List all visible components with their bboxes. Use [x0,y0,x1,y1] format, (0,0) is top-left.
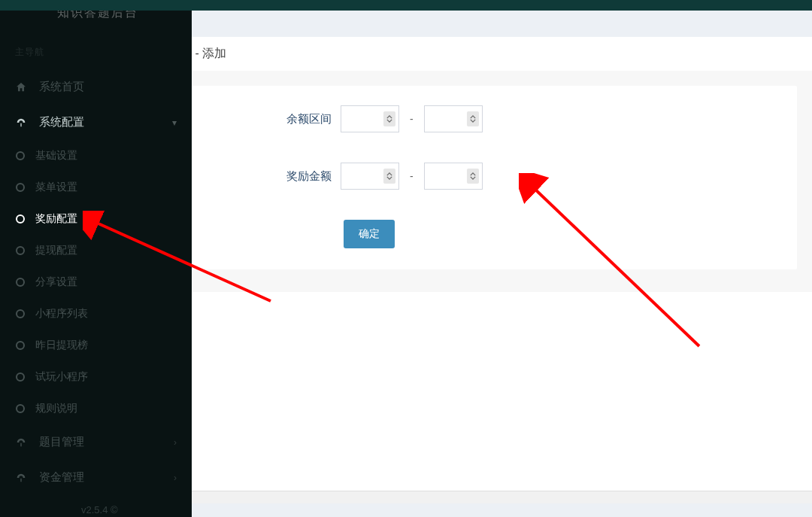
nav-item-label: 资金管理 [39,470,163,485]
spinner-icon[interactable] [467,169,479,184]
subnav-item-label: 基础设置 [35,149,77,163]
form-label-reward-amount: 奖励金额 [192,169,332,184]
circle-icon [16,151,25,160]
button-row: 确定 [192,220,782,248]
subnav-item-label: 奖励配置 [35,212,77,226]
nav-item-home[interactable]: 系统首页 [0,69,192,105]
circle-icon [16,278,25,287]
content-area: 奖励配置 - 添加 余额区间 - [192,11,812,517]
subnav-item-label: 菜单设置 [35,181,77,194]
modal-body: 余额区间 - [192,71,812,292]
dashboard-icon [14,117,29,129]
circle-icon [16,373,25,382]
topbar [0,0,812,11]
dashboard-icon [14,436,29,449]
subnav-item-label: 小程序列表 [35,307,88,321]
subnav-item-miniprogram-list[interactable]: 小程序列表 [0,298,192,330]
sidebar: 知识答题后台 主导航 系统首页 系统配置 ▾ 基础设置 菜单设置 [0,11,192,517]
subnav-item-yesterday-withdraw-rank[interactable]: 昨日提现榜 [0,330,192,361]
nav-item-system-config[interactable]: 系统配置 ▾ [0,105,192,140]
nav-item-question-manage[interactable]: 题目管理 › [0,424,192,460]
nav-item-label: 系统配置 [39,115,162,129]
form-card: 余额区间 - [192,86,797,269]
subnav-item-trial-miniprogram[interactable]: 试玩小程序 [0,361,192,393]
range-separator: - [408,170,415,182]
circle-icon [16,214,25,224]
submit-button[interactable]: 确定 [344,220,395,248]
version-text: v2.5.4 © [14,504,118,515]
subnav-item-rules-description[interactable]: 规则说明 [0,393,192,424]
subnav-system-config: 基础设置 菜单设置 奖励配置 提现配置 分享设置 小程序列表 [0,140,192,424]
balance-min-input[interactable] [341,105,399,132]
subnav-item-menu-settings[interactable]: 菜单设置 [0,172,192,203]
chevron-right-icon: › [174,473,177,483]
subnav-item-label: 试玩小程序 [35,370,88,384]
nav-item-fund-manage[interactable]: 资金管理 › [0,460,192,488]
circle-icon [16,404,25,413]
dashboard-icon [14,472,29,484]
horizontal-scrollbar[interactable]: ▴ [192,491,812,503]
nav-item-label: 题目管理 [39,435,163,449]
modal-panel: 奖励配置 - 添加 余额区间 - [192,37,812,503]
nav-item-label: 系统首页 [39,80,177,94]
sidebar-section-label: 主导航 [0,34,192,69]
subnav-item-label: 昨日提现榜 [35,339,88,352]
range-separator: - [408,113,415,125]
subnav-item-basic-settings[interactable]: 基础设置 [0,140,192,172]
spinner-icon[interactable] [467,111,479,126]
form-row-reward-amount: 奖励金额 - [192,163,782,190]
subnav-item-label: 规则说明 [35,402,77,415]
form-label-balance-range: 余额区间 [192,112,332,126]
subnav-item-withdraw-config[interactable]: 提现配置 [0,235,192,266]
subnav-item-share-settings[interactable]: 分享设置 [0,266,192,298]
subnav-item-label: 提现配置 [35,244,77,257]
form-row-balance-range: 余额区间 - [192,105,782,132]
circle-icon [16,309,25,318]
reward-max-input[interactable] [424,163,483,190]
nav-group: 系统首页 系统配置 ▾ 基础设置 菜单设置 奖励配置 [0,69,192,488]
circle-icon [16,341,25,350]
circle-icon [16,246,25,255]
spinner-icon[interactable] [383,169,395,184]
subnav-item-label: 分享设置 [35,275,77,289]
chevron-down-icon: ▾ [172,117,177,128]
chevron-right-icon: › [174,437,177,448]
circle-icon [16,183,25,192]
balance-max-input[interactable] [424,105,483,132]
modal-title: 奖励配置 - 添加 [192,37,812,71]
spinner-icon[interactable] [383,111,395,126]
brand-title: 知识答题后台 [0,11,192,29]
reward-min-input[interactable] [341,163,399,190]
home-icon [14,81,29,93]
subnav-item-reward-config[interactable]: 奖励配置 [0,203,192,235]
